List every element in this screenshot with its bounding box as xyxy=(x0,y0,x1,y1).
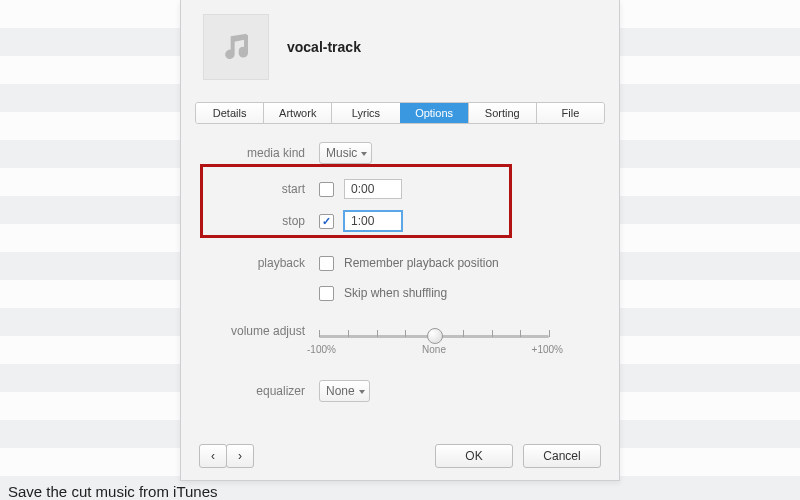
tab-file[interactable]: File xyxy=(536,103,604,123)
media-kind-select[interactable]: Music xyxy=(319,142,372,164)
skip-shuffling-label: Skip when shuffling xyxy=(344,286,447,300)
track-info-dialog: vocal-track Details Artwork Lyrics Optio… xyxy=(180,0,620,481)
options-form: media kind Music start 0:00 stop 1:00 pl… xyxy=(181,124,619,420)
dialog-button-bar: ‹ › OK Cancel xyxy=(181,444,619,468)
stop-label: stop xyxy=(205,214,309,228)
dialog-header: vocal-track xyxy=(181,0,619,102)
skip-shuffling-checkbox[interactable] xyxy=(319,286,334,301)
volume-right-label: +100% xyxy=(532,344,563,355)
tab-artwork[interactable]: Artwork xyxy=(263,103,331,123)
ok-button[interactable]: OK xyxy=(435,444,513,468)
equalizer-label: equalizer xyxy=(205,384,309,398)
tab-details[interactable]: Details xyxy=(196,103,263,123)
album-art-placeholder xyxy=(203,14,269,80)
tab-options[interactable]: Options xyxy=(400,103,468,123)
stop-time-input[interactable]: 1:00 xyxy=(344,211,402,231)
remember-position-checkbox[interactable] xyxy=(319,256,334,271)
page-caption: Save the cut music from iTunes xyxy=(8,483,218,500)
volume-left-label: -100% xyxy=(307,344,336,355)
equalizer-select[interactable]: None xyxy=(319,380,370,402)
playback-label: playback xyxy=(205,256,309,270)
media-kind-label: media kind xyxy=(205,146,309,160)
volume-center-label: None xyxy=(422,344,446,355)
start-label: start xyxy=(205,182,309,196)
volume-slider-thumb[interactable] xyxy=(427,328,443,344)
cancel-button[interactable]: Cancel xyxy=(523,444,601,468)
next-track-button[interactable]: › xyxy=(226,444,254,468)
start-checkbox[interactable] xyxy=(319,182,334,197)
music-note-icon xyxy=(220,31,252,63)
start-time-input[interactable]: 0:00 xyxy=(344,179,402,199)
volume-adjust-label: volume adjust xyxy=(205,318,309,338)
stop-checkbox[interactable] xyxy=(319,214,334,229)
remember-position-label: Remember playback position xyxy=(344,256,499,270)
track-title: vocal-track xyxy=(287,39,361,55)
tab-bar: Details Artwork Lyrics Options Sorting F… xyxy=(195,102,605,124)
prev-track-button[interactable]: ‹ xyxy=(199,444,227,468)
tab-sorting[interactable]: Sorting xyxy=(468,103,536,123)
tab-lyrics[interactable]: Lyrics xyxy=(331,103,399,123)
